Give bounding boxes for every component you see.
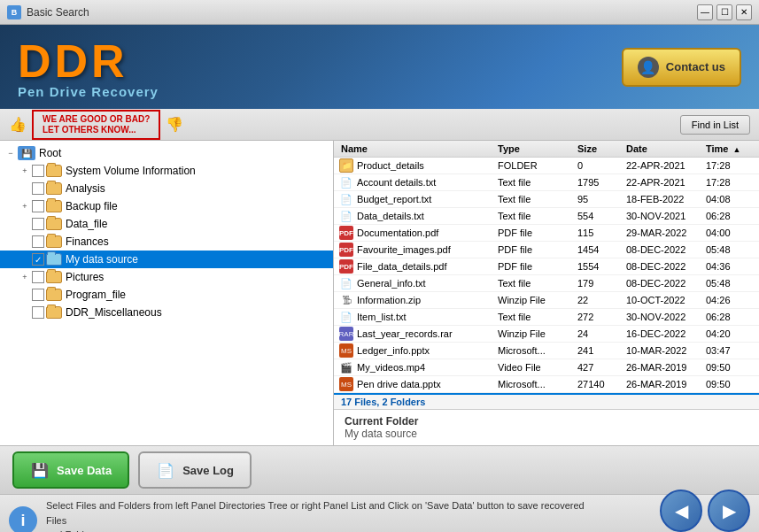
- file-time-cell: 06:28: [706, 211, 759, 221]
- file-name-cell: 📄 Account details.txt: [334, 175, 498, 189]
- tree-item-my-data-source[interactable]: ✓ My data source: [0, 251, 333, 268]
- tree-root[interactable]: − 💾 Root: [0, 144, 333, 162]
- file-name: Last_year_records.rar: [357, 328, 453, 339]
- pf-label: Program_file: [66, 289, 126, 301]
- text-icon: 📄: [339, 209, 353, 223]
- maximize-button[interactable]: ☐: [716, 4, 732, 20]
- file-size-cell: 27140: [577, 379, 626, 389]
- table-row[interactable]: MS Pen drive data.pptx Microsoft... 2714…: [334, 376, 759, 393]
- analysis-checkbox[interactable]: [32, 182, 44, 195]
- file-size-cell: 427: [577, 362, 626, 373]
- mds-folder-icon: [46, 253, 62, 266]
- thumb-up-icon: 👍: [9, 116, 27, 133]
- file-type-cell: PDF file: [498, 227, 577, 238]
- root-expander[interactable]: −: [4, 146, 18, 160]
- tree-item-system-volume[interactable]: + System Volume Information: [0, 162, 333, 180]
- file-name-cell: 🎬 My_videos.mp4: [334, 360, 498, 374]
- file-time-cell: 04:20: [706, 328, 759, 339]
- col-header-name[interactable]: Name: [334, 143, 498, 154]
- sv-folder-icon: [46, 165, 62, 177]
- contact-button[interactable]: 👤 Contact us: [622, 48, 741, 87]
- folder-info: Current Folder My data source: [334, 409, 759, 445]
- file-time-cell: 05:48: [706, 278, 759, 289]
- col-header-date[interactable]: Date: [626, 143, 706, 154]
- file-name-cell: 📄 Budget_report.txt: [334, 192, 498, 206]
- promo-badge[interactable]: 👍 WE ARE GOOD OR BAD? LET OTHERS KNOW...…: [9, 110, 183, 140]
- table-row[interactable]: PDF Documentation.pdf PDF file 115 29-MA…: [334, 225, 759, 242]
- save-log-icon: 📄: [156, 460, 175, 480]
- backup-expander[interactable]: +: [18, 199, 32, 213]
- minimize-button[interactable]: —: [697, 4, 713, 20]
- table-row[interactable]: 🗜 Information.zip Winzip File 22 10-OCT-…: [334, 292, 759, 309]
- table-row[interactable]: 🎬 My_videos.mp4 Video File 427 26-MAR-20…: [334, 359, 759, 376]
- save-data-button[interactable]: 💾 Save Data: [12, 451, 129, 489]
- table-row[interactable]: RAR Last_year_records.rar Winzip File 24…: [334, 326, 759, 343]
- status-footer: i Select Files and Folders from left Pan…: [0, 495, 759, 532]
- file-size-cell: 241: [577, 345, 626, 356]
- file-name-cell: PDF File_data_details.pdf: [334, 259, 498, 274]
- close-button[interactable]: ✕: [736, 4, 752, 20]
- action-bar: 💾 Save Data 📄 Save Log: [0, 446, 759, 495]
- file-date-cell: 08-DEC-2022: [626, 261, 706, 272]
- pf-expander: [18, 288, 32, 302]
- file-type-cell: Winzip File: [498, 295, 577, 305]
- tree-item-ddr-misc[interactable]: DDR_Miscellaneous: [0, 304, 333, 321]
- datafile-checkbox[interactable]: [32, 218, 44, 230]
- tree-item-finances[interactable]: Finances: [0, 233, 333, 251]
- file-name-cell: 📄 Data_details.txt: [334, 209, 498, 223]
- table-row[interactable]: 📄 General_info.txt Text file 179 08-DEC-…: [334, 275, 759, 292]
- mds-checkbox[interactable]: ✓: [32, 253, 44, 266]
- backup-checkbox[interactable]: [32, 200, 44, 212]
- file-name: Product_details: [357, 160, 424, 171]
- col-header-size[interactable]: Size: [577, 143, 626, 154]
- tree-item-backup[interactable]: + Backup file: [0, 197, 333, 215]
- nav-next-button[interactable]: ▶: [708, 490, 750, 532]
- status-line1: Select Files and Folders from left Panel…: [46, 500, 585, 526]
- mds-label: My data source: [66, 253, 138, 266]
- table-row[interactable]: 📄 Data_details.txt Text file 554 30-NOV-…: [334, 208, 759, 225]
- sv-expander[interactable]: +: [18, 164, 32, 178]
- pf-checkbox[interactable]: [32, 289, 44, 301]
- save-log-button[interactable]: 📄 Save Log: [138, 451, 252, 489]
- table-row[interactable]: 📄 Budget_report.txt Text file 95 18-FEB-…: [334, 191, 759, 208]
- col-header-time[interactable]: Time ▲: [706, 143, 759, 154]
- tree-item-pictures[interactable]: + Pictures: [0, 268, 333, 286]
- pictures-checkbox[interactable]: [32, 271, 44, 283]
- titlebar-controls: — ☐ ✕: [697, 4, 752, 20]
- file-time-cell: 09:50: [706, 379, 759, 389]
- file-name-cell: 🗜 Information.zip: [334, 293, 498, 307]
- table-row[interactable]: PDF Favourite_images.pdf PDF file 1454 0…: [334, 242, 759, 258]
- pictures-expander[interactable]: +: [18, 270, 32, 284]
- finances-folder-icon: [46, 235, 62, 248]
- file-type-cell: Text file: [498, 211, 577, 221]
- table-row[interactable]: PDF File_data_details.pdf PDF file 1554 …: [334, 258, 759, 275]
- sv-checkbox[interactable]: [32, 165, 44, 177]
- file-size-cell: 554: [577, 211, 626, 221]
- tree-item-analysis[interactable]: Analysis: [0, 180, 333, 197]
- table-row[interactable]: MS Ledger_info.pptx Microsoft... 241 10-…: [334, 343, 759, 359]
- analysis-expander: [18, 181, 32, 196]
- find-in-list-button[interactable]: Find in List: [680, 115, 750, 135]
- file-name-cell: 📄 Item_list.txt: [334, 310, 498, 324]
- misc-folder-icon: [46, 306, 62, 319]
- file-name: File_data_details.pdf: [357, 261, 447, 272]
- finances-checkbox[interactable]: [32, 235, 44, 248]
- thumb-down-icon: 👎: [166, 116, 183, 133]
- table-row[interactable]: 📄 Item_list.txt Text file 272 30-NOV-202…: [334, 309, 759, 326]
- table-row[interactable]: 📁 Product_details FOLDER 0 22-APR-2021 1…: [334, 158, 759, 174]
- text-icon: 📄: [339, 175, 353, 189]
- save-data-label: Save Data: [57, 464, 112, 477]
- file-list-header: Name Type Size Date Time ▲: [334, 141, 759, 158]
- file-name: General_info.txt: [357, 278, 426, 289]
- file-type-cell: PDF file: [498, 244, 577, 255]
- status-text: Select Files and Folders from left Panel…: [46, 498, 594, 532]
- misc-checkbox[interactable]: [32, 306, 44, 319]
- table-row[interactable]: 📄 Account details.txt Text file 1795 22-…: [334, 174, 759, 191]
- file-date-cell: 16-DEC-2022: [626, 328, 706, 339]
- file-count: 17 Files, 2 Folders: [341, 397, 425, 407]
- col-header-type[interactable]: Type: [498, 143, 577, 154]
- file-type-cell: FOLDER: [498, 160, 577, 171]
- tree-item-data-file[interactable]: Data_file: [0, 215, 333, 233]
- tree-item-program-file[interactable]: Program_file: [0, 286, 333, 304]
- nav-prev-button[interactable]: ◀: [660, 490, 702, 532]
